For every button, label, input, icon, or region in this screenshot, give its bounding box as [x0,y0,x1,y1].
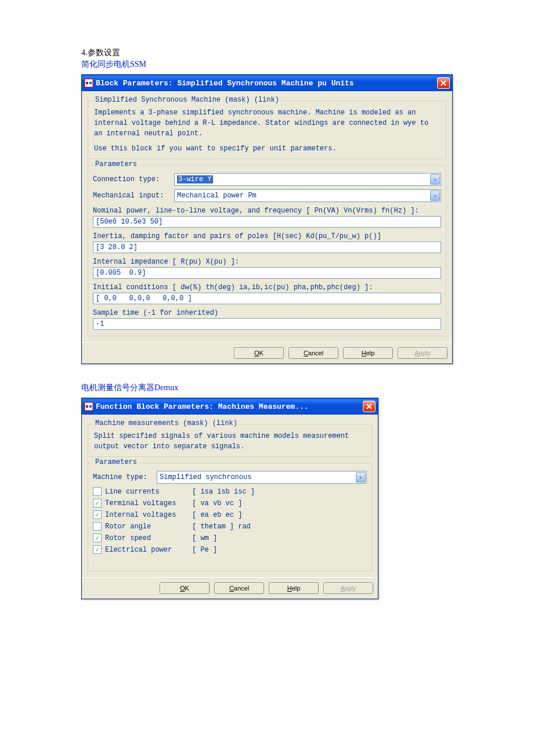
rotor-angle-vars: [ thetam ] rad [192,523,251,531]
nominal-power-input[interactable] [93,216,441,228]
chevron-down-icon: ▾ [430,174,440,185]
terminal-voltages-vars: [ va vb vc ] [192,499,242,507]
line-currents-label: Line currents [105,488,192,496]
mechanical-input-select[interactable]: Mechanical power Pm ▾ [174,189,441,202]
parameters-legend: Parameters [93,160,139,168]
ok-button[interactable]: OK [160,582,210,594]
close-button[interactable] [363,401,376,412]
apply-button[interactable]: Apply [323,582,373,594]
terminal-voltages-checkbox[interactable] [93,499,102,507]
doc-heading-1: 4.参数设置 [81,48,453,58]
inertia-label: Inertia, damping factor and pairs of pol… [93,232,441,240]
svg-rect-5 [89,405,92,408]
svg-rect-2 [89,82,92,84]
parameters-groupbox: Parameters Machine type: Simplified sync… [88,463,372,571]
terminal-voltages-label: Terminal voltages [105,499,192,507]
connection-type-label: Connection type: [93,175,168,183]
initial-conditions-input[interactable] [93,293,441,304]
button-bar: OK Cancel Help Apply [82,342,452,363]
close-button[interactable] [437,77,450,89]
mask-groupbox: Machine measurements (mask) (link) Split… [88,424,372,457]
titlebar: Block Parameters: Simplified Synchronous… [82,75,452,91]
rotor-speed-checkbox[interactable] [93,534,102,542]
chevron-down-icon: ▾ [430,190,440,201]
apply-button[interactable]: Apply [398,347,448,359]
block-parameters-dialog: Block Parameters: Simplified Synchronous… [81,74,453,364]
sample-time-input[interactable] [93,318,441,330]
internal-voltages-label: Internal voltages [105,511,192,519]
internal-voltages-vars: [ ea eb ec ] [192,511,242,519]
description: Split specified signals of various machi… [93,429,367,454]
mechanical-input-label: Mechanical input: [93,192,168,200]
rotor-speed-label: Rotor speed [105,534,192,542]
dialog-title: Function Block Parameters: Machines Meas… [96,402,363,411]
chevron-down-icon: ▾ [356,472,366,483]
description-2: Use this block if you want to specify pe… [93,141,441,156]
rotor-angle-checkbox[interactable] [93,522,102,531]
mask-groupbox: Simplified Synchronous Machine (mask) (l… [88,100,446,159]
sample-time-label: Sample time (-1 for inherited) [93,309,441,317]
simulink-icon [84,402,93,411]
help-button[interactable]: Help [343,347,393,359]
svg-rect-4 [86,405,88,408]
impedance-input[interactable] [93,267,441,279]
nominal-power-label: Nominal power, line-to-line voltage, and… [93,207,441,215]
button-bar: OK Cancel Help Apply [82,577,378,599]
parameters-groupbox: Parameters Connection type: 3-wire Y ▾ M… [88,165,446,336]
mask-legend: Machine measurements (mask) (link) [93,419,240,427]
electrical-power-label: Electrical power [105,546,192,554]
electrical-power-checkbox[interactable] [93,545,102,554]
internal-voltages-checkbox[interactable] [93,510,102,519]
mask-legend: Simplified Synchronous Machine (mask) (l… [93,96,282,104]
dialog-title: Block Parameters: Simplified Synchronous… [96,79,437,88]
cancel-button[interactable]: Cancel [288,347,338,359]
description-1: Implements a 3-phase simplified synchron… [93,105,441,141]
rotor-speed-vars: [ wm ] [192,534,217,542]
initial-conditions-label: Initial conditions [ dw(%) th(deg) ia,ib… [93,283,441,291]
doc-heading-3: 电机测量信号分离器Demux [81,383,453,393]
simulink-icon [84,78,93,88]
machine-type-label: Machine type: [93,473,151,481]
line-currents-vars: [ isa isb isc ] [192,488,255,496]
ok-button[interactable]: OK [234,347,284,359]
inertia-input[interactable] [93,242,441,253]
line-currents-checkbox[interactable] [93,487,102,496]
electrical-power-vars: [ Pe ] [192,546,217,554]
help-button[interactable]: Help [269,582,319,594]
parameters-legend: Parameters [93,458,139,466]
impedance-label: Internal impedance [ R(pu) X(pu) ]: [93,258,441,266]
function-block-parameters-dialog: Function Block Parameters: Machines Meas… [81,398,378,599]
svg-rect-1 [86,82,88,84]
titlebar: Function Block Parameters: Machines Meas… [82,398,378,415]
rotor-angle-label: Rotor angle [105,523,192,531]
connection-type-select[interactable]: 3-wire Y ▾ [174,173,441,186]
cancel-button[interactable]: Cancel [214,582,264,594]
machine-type-select[interactable]: Simplified synchronous ▾ [157,471,367,484]
doc-heading-2: 简化同步电机SSM [81,59,453,70]
